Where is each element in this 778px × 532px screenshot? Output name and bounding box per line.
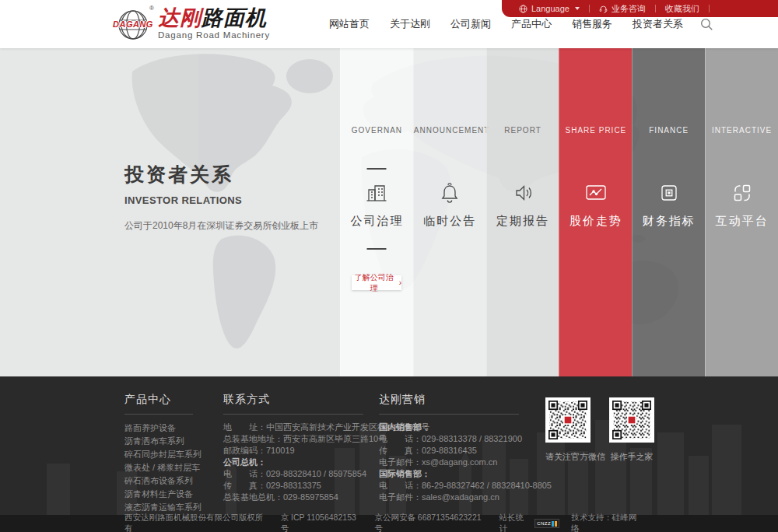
contact-postcode: 邮政编码：710019 (223, 445, 363, 457)
site-stats-badge: CNZZ (534, 519, 559, 528)
page-title: 投资者关系 (124, 162, 318, 187)
search-icon (700, 18, 713, 31)
language-label: Language (531, 4, 569, 13)
headset-icon (599, 5, 608, 13)
public-security-number: 京公网安备 66871354623221号 (374, 513, 487, 532)
product-link[interactable]: 碎石洒布设备系列 (124, 474, 193, 488)
domestic-fax: 传 真：029-88316435 (379, 445, 519, 457)
divider (709, 5, 710, 12)
column-governance[interactable]: GOVERNAN 公司治理 (340, 48, 413, 376)
logo-chinese-name: 达刚路面机 (158, 6, 270, 30)
domestic-sales-label: 国内销售部： (379, 422, 519, 433)
company-logo[interactable]: DAGANG ® 达刚路面机 Dagang Road Machinery (116, 6, 270, 42)
column-en-label: ANNOUNCEMENT (414, 126, 486, 135)
product-link-list: 路面养护设备 沥青洒布车系列 碎石同步封层车系列 微表处 / 稀浆封层车 碎石洒… (124, 422, 193, 514)
contact-address: 地 址：中国西安高新技术产业开发区科技三路60号 (223, 422, 363, 433)
favorite-link[interactable]: 收藏我们 (656, 0, 709, 17)
listing-description: 公司于2010年8月在深圳证券交易所创业板上市 (124, 219, 318, 233)
investor-section-columns: GOVERNAN 公司治理 ANNOUNCEMENT (340, 48, 778, 376)
column-en-label: INTERACTIVE (706, 126, 778, 135)
operator-home-qr-block: 操作手之家 (609, 397, 654, 463)
active-dash-bottom (367, 248, 387, 250)
column-cn-label: 临时公告 (414, 214, 486, 229)
operator-home-qr-caption: 操作手之家 (609, 451, 654, 463)
active-dash-top (367, 168, 387, 170)
registered-mark: ® (149, 5, 154, 12)
contact-assembly-address: 总装基地地址：西安市高新区毕原三路10号 (223, 433, 363, 445)
nav-item-home[interactable]: 网站首页 (319, 17, 380, 31)
favorite-label: 收藏我们 (665, 3, 699, 15)
contact-fax: 传 真：029-88313375 (223, 480, 363, 492)
contact-phone: 电 话：029-88328410 / 85975854 (223, 468, 363, 480)
interactive-platform-icon (730, 180, 755, 205)
international-phone: 电 话：86-29-88327462 / 88328410-8805 (379, 480, 519, 492)
column-cn-label: 定期报告 (487, 214, 559, 229)
chart-icon (584, 180, 608, 205)
business-consult-label: 业务咨询 (612, 3, 646, 15)
business-consult-link[interactable]: 业务咨询 (590, 0, 655, 17)
hero-text-block: 投资者关系 INVESTOR RELATIONS 公司于2010年8月在深圳证券… (124, 162, 318, 233)
globe-logo-icon: DAGANG ® (116, 6, 152, 42)
footer-heading-products: 产品中心 (124, 393, 193, 415)
bottom-bar: 西安达刚路面机械股份有限公司版权所有 京 ICP 11056482153号 京公… (0, 515, 778, 532)
column-finance[interactable]: FINANCE 财务指标 (632, 48, 705, 376)
language-selector[interactable]: Language (510, 0, 589, 17)
copyright-text: 西安达刚路面机械股份有限公司版权所有 (124, 513, 269, 532)
column-cn-label: 公司治理 (341, 214, 413, 229)
icp-number: 京 ICP 11056482153号 (281, 513, 363, 532)
cta-label: 了解公司治理 (352, 272, 397, 294)
investor-banner: 投资者关系 INVESTOR RELATIONS 公司于2010年8月在深圳证券… (0, 48, 778, 376)
logo-dagang-word: DAGANG (113, 19, 153, 29)
column-share-price[interactable]: SHARE PRICE 股价走势 (559, 48, 632, 376)
column-cn-label: 财务指标 (633, 214, 705, 229)
bell-icon (437, 180, 462, 205)
international-email: 电子邮件：sales@xadagang.cn (379, 492, 519, 503)
site-stats-label: 站长统计 (499, 513, 531, 532)
footer-marketing-column: 达刚营销 国内销售部： 电 话：029-88313378 / 88321900 … (379, 393, 519, 503)
learn-governance-button[interactable]: 了解公司治理› (352, 275, 401, 290)
logo-english-name: Dagang Road Machinery (158, 30, 270, 40)
wechat-qr-block: 请关注官方微信 (545, 397, 591, 463)
speaker-icon (510, 180, 535, 205)
column-en-label: REPORT (487, 126, 559, 135)
column-report[interactable]: REPORT 定期报告 (486, 48, 559, 376)
product-link[interactable]: 沥青洒布车系列 (124, 435, 193, 448)
building-icon (364, 180, 389, 205)
nav-item-about[interactable]: 关于达刚 (380, 17, 440, 31)
arrow-right-icon: › (399, 278, 401, 287)
column-en-label: GOVERNAN (341, 126, 413, 135)
column-cn-label: 互动平台 (706, 214, 778, 229)
search-button[interactable] (700, 18, 713, 31)
wechat-qr-caption: 请关注官方微信 (545, 451, 591, 463)
safe-box-icon (657, 180, 682, 205)
international-sales-label: 国际销售部： (379, 468, 519, 480)
page-subtitle: INVESTOR RELATIONS (124, 194, 318, 206)
product-link[interactable]: 微表处 / 稀浆封层车 (124, 461, 193, 474)
site-footer: 产品中心 路面养护设备 沥青洒布车系列 碎石同步封层车系列 微表处 / 稀浆封层… (0, 376, 778, 515)
globe-icon (519, 5, 527, 13)
domestic-phone: 电 话：029-88313378 / 88321900 (379, 433, 519, 445)
nav-item-products[interactable]: 产品中心 (501, 17, 562, 31)
column-interactive[interactable]: INTERACTIVE 互动平台 (705, 48, 778, 376)
wechat-qr-code (545, 397, 591, 443)
footer-heading-marketing: 达刚营销 (379, 393, 519, 415)
footer-heading-contact: 联系方式 (223, 393, 363, 415)
nav-item-investor[interactable]: 投资者关系 (622, 17, 693, 31)
domestic-email: 电子邮件：xs@dagang.com.cn (379, 457, 519, 468)
operator-home-qr-code (609, 397, 654, 443)
column-announcement[interactable]: ANNOUNCEMENT 临时公告 (413, 48, 486, 376)
site-stats-link[interactable]: 站长统计 CNZZ (499, 513, 560, 532)
tech-support-link[interactable]: 技术支持：硅峰网络 (571, 513, 643, 532)
footer-products-column: 产品中心 路面养护设备 沥青洒布车系列 碎石同步封层车系列 微表处 / 稀浆封层… (124, 393, 193, 514)
contact-switchboard-label: 公司总机： (223, 457, 363, 468)
footer-contact-column: 联系方式 地 址：中国西安高新技术产业开发区科技三路60号 总装基地地址：西安市… (223, 393, 363, 503)
nav-item-news[interactable]: 公司新闻 (440, 17, 501, 31)
utility-bar: Language 业务咨询 收藏我们 (502, 0, 778, 17)
column-en-label: SHARE PRICE (559, 126, 632, 135)
contact-assembly-phone: 总装基地总机：029-85975854 (223, 492, 363, 503)
product-link[interactable]: 沥青材料生产设备 (124, 488, 193, 501)
chevron-down-icon (575, 7, 580, 10)
product-link[interactable]: 碎石同步封层车系列 (124, 448, 193, 461)
product-link[interactable]: 路面养护设备 (124, 422, 193, 435)
nav-item-sales[interactable]: 销售服务 (562, 17, 622, 31)
